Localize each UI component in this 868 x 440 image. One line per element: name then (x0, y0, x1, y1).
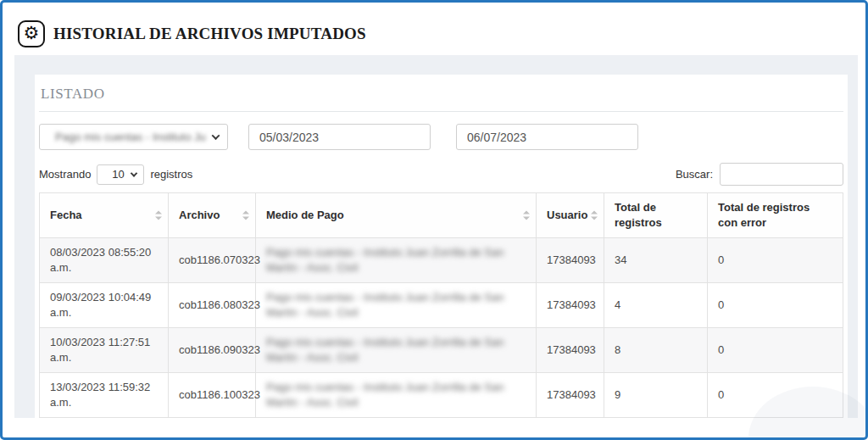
cell-total-errores: 0 (708, 238, 843, 283)
page-size-select[interactable]: 10 (97, 164, 144, 185)
cell-archivo: cob1186.090323 (169, 328, 256, 373)
cell-total-registros: 9 (604, 373, 708, 418)
cell-total-registros: 4 (604, 283, 708, 328)
table-controls-row: Mostrando 10 registros Buscar: (39, 163, 843, 186)
sort-icon (591, 211, 598, 220)
cell-archivo: cob1186.100323 (169, 373, 256, 418)
cell-medio-de-pago: Pago mis cuentas - Instituto Juan Zorril… (256, 328, 537, 373)
listado-card: LISTADO Pago mis cuentas - Instituto Ju … (35, 75, 848, 418)
page-header: ⚙ HISTORIAL DE ARCHIVOS IMPUTADOS (3, 3, 865, 53)
cell-total-registros: 34 (604, 238, 708, 283)
sort-icon (155, 211, 162, 220)
col-header-total-errores[interactable]: Total de registros con error (708, 193, 843, 238)
search-input[interactable] (720, 163, 843, 186)
cell-usuario: 17384093 (537, 373, 604, 418)
cell-total-errores: 0 (708, 283, 843, 328)
chevron-down-icon (131, 170, 137, 176)
col-header-medio-de-pago[interactable]: Medio de Pago (256, 193, 537, 238)
table-row: 10/03/2023 11:27:51 a.m. cob1186.090323 … (40, 328, 843, 373)
table-row: 08/03/2023 08:55:20 a.m. cob1186.070323 … (40, 238, 843, 283)
page-title: HISTORIAL DE ARCHIVOS IMPUTADOS (53, 25, 366, 43)
table-header-row: Fecha Archivo Medio de Pago Usuario (40, 193, 843, 238)
sort-icon (242, 211, 249, 220)
date-from-input[interactable] (248, 124, 431, 150)
payment-method-selected-value: Pago mis cuentas - Instituto Ju (48, 131, 206, 143)
col-header-fecha[interactable]: Fecha (40, 193, 169, 238)
table-body: 08/03/2023 08:55:20 a.m. cob1186.070323 … (40, 238, 843, 418)
cell-medio-de-pago: Pago mis cuentas - Instituto Juan Zorril… (256, 238, 537, 283)
search-box: Buscar: (676, 163, 843, 186)
col-header-archivo[interactable]: Archivo (169, 193, 256, 238)
showing-label: Mostrando (39, 168, 91, 181)
date-to-input[interactable] (456, 124, 638, 150)
cell-fecha: 10/03/2023 11:27:51 a.m. (40, 328, 169, 373)
column-label: Archivo (179, 209, 220, 221)
col-header-total-registros[interactable]: Total de registros (604, 193, 708, 238)
cell-archivo: cob1186.080323 (169, 283, 256, 328)
table-row: 13/03/2023 11:59:32 a.m. cob1186.100323 … (40, 373, 843, 418)
content-panel: LISTADO Pago mis cuentas - Instituto Ju … (14, 55, 858, 418)
column-label: Usuario (547, 209, 587, 221)
cell-usuario: 17384093 (537, 328, 604, 373)
cell-medio-de-pago: Pago mis cuentas - Instituto Juan Zorril… (256, 373, 537, 418)
cell-total-errores: 0 (708, 328, 843, 373)
cell-archivo: cob1186.070323 (169, 238, 256, 283)
page-size-value: 10 (104, 168, 131, 181)
history-table: Fecha Archivo Medio de Pago Usuario (39, 192, 843, 418)
search-label: Buscar: (676, 168, 713, 181)
cell-total-registros: 8 (604, 328, 708, 373)
gear-icon: ⚙ (24, 25, 40, 42)
chevron-down-icon (212, 131, 220, 140)
table-row: 09/03/2023 10:04:49 a.m. cob1186.080323 … (40, 283, 843, 328)
column-label: Medio de Pago (266, 209, 344, 221)
section-title: LISTADO (41, 86, 843, 103)
cell-usuario: 17384093 (537, 283, 604, 328)
table-header: Fecha Archivo Medio de Pago Usuario (40, 193, 843, 238)
divider (39, 111, 843, 112)
cell-fecha: 09/03/2023 10:04:49 a.m. (40, 283, 169, 328)
app-window: { "page": { "title": "HISTORIAL DE ARCHI… (0, 0, 868, 440)
filters-row: Pago mis cuentas - Instituto Ju (39, 124, 843, 150)
cell-fecha: 08/03/2023 08:55:20 a.m. (40, 238, 169, 283)
column-label: Fecha (50, 209, 82, 221)
settings-button[interactable]: ⚙ (18, 20, 45, 47)
sort-icon (523, 211, 530, 220)
column-label: Total de registros con error (718, 201, 810, 229)
cell-usuario: 17384093 (537, 238, 604, 283)
col-header-usuario[interactable]: Usuario (537, 193, 604, 238)
cell-fecha: 13/03/2023 11:59:32 a.m. (40, 373, 169, 418)
payment-method-select[interactable]: Pago mis cuentas - Instituto Ju (39, 124, 228, 150)
registros-label: registros (150, 168, 192, 181)
cell-medio-de-pago: Pago mis cuentas - Instituto Juan Zorril… (256, 283, 537, 328)
column-label: Total de registros (615, 201, 662, 229)
